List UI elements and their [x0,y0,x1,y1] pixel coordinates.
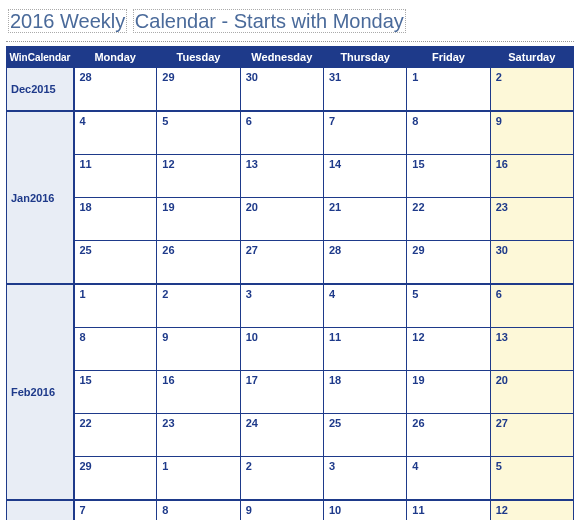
calendar-row: Feb2016123456 [7,284,574,328]
day-cell: 19 [157,198,240,241]
day-cell: 6 [490,284,573,328]
day-cell: 11 [323,328,406,371]
day-cell: 18 [74,198,157,241]
calendar-table: WinCalendar Monday Tuesday Wednesday Thu… [6,46,574,520]
day-cell: 1 [74,284,157,328]
day-cell: 11 [407,500,490,520]
month-label: Feb2016 [7,284,74,500]
day-cell: 28 [74,68,157,112]
day-cell: 19 [407,371,490,414]
day-cell: 6 [240,111,323,155]
day-cell: 25 [74,241,157,285]
day-cell: 29 [407,241,490,285]
day-cell: 10 [323,500,406,520]
day-cell: 29 [157,68,240,112]
day-cell: 8 [157,500,240,520]
day-cell: 12 [490,500,573,520]
day-cell: 8 [407,111,490,155]
day-cell: 15 [74,371,157,414]
day-cell: 9 [490,111,573,155]
day-cell: 4 [74,111,157,155]
day-cell: 1 [407,68,490,112]
day-cell: 30 [240,68,323,112]
day-cell: 27 [490,414,573,457]
day-cell: 8 [74,328,157,371]
month-label [7,500,74,520]
day-cell: 5 [157,111,240,155]
day-header: Monday [74,47,157,68]
day-cell: 4 [323,284,406,328]
day-cell: 22 [407,198,490,241]
calendar-row: 111213141516 [7,155,574,198]
day-header: Tuesday [157,47,240,68]
day-cell: 23 [490,198,573,241]
day-cell: 5 [407,284,490,328]
day-cell: 29 [74,457,157,501]
day-cell: 9 [157,328,240,371]
calendar-row: 181920212223 [7,198,574,241]
day-header: Thursday [323,47,406,68]
calendar-row: 2912345 [7,457,574,501]
day-cell: 20 [240,198,323,241]
day-cell: 3 [323,457,406,501]
day-header: Wednesday [240,47,323,68]
calendar-row: Dec20152829303112 [7,68,574,112]
day-cell: 15 [407,155,490,198]
corner-label: WinCalendar [7,47,74,68]
day-header: Friday [407,47,490,68]
day-cell: 2 [490,68,573,112]
day-cell: 14 [323,155,406,198]
day-cell: 30 [490,241,573,285]
title-part-1: 2016 Weekly [8,9,127,33]
day-cell: 13 [240,155,323,198]
day-cell: 2 [240,457,323,501]
day-cell: 22 [74,414,157,457]
day-cell: 13 [490,328,573,371]
day-cell: 5 [490,457,573,501]
day-cell: 7 [74,500,157,520]
day-cell: 31 [323,68,406,112]
page-title: 2016 Weekly Calendar - Starts with Monda… [6,6,574,42]
day-header: Saturday [490,47,573,68]
day-cell: 4 [407,457,490,501]
day-cell: 28 [323,241,406,285]
calendar-row: 8910111213 [7,328,574,371]
day-cell: 24 [240,414,323,457]
day-cell: 10 [240,328,323,371]
day-cell: 16 [490,155,573,198]
day-cell: 21 [323,198,406,241]
calendar-row: Jan2016456789 [7,111,574,155]
day-cell: 23 [157,414,240,457]
day-cell: 26 [407,414,490,457]
day-cell: 1 [157,457,240,501]
day-cell: 16 [157,371,240,414]
month-label: Dec2015 [7,68,74,112]
calendar-row: 252627282930 [7,241,574,285]
calendar-body: Dec20152829303112Jan20164567891112131415… [7,68,574,521]
month-label: Jan2016 [7,111,74,284]
day-cell: 18 [323,371,406,414]
header-row: WinCalendar Monday Tuesday Wednesday Thu… [7,47,574,68]
day-cell: 20 [490,371,573,414]
day-cell: 2 [157,284,240,328]
calendar-row: 151617181920 [7,371,574,414]
calendar-row: 222324252627 [7,414,574,457]
day-cell: 3 [240,284,323,328]
day-cell: 26 [157,241,240,285]
title-part-2: Calendar - Starts with Monday [133,9,406,33]
day-cell: 11 [74,155,157,198]
calendar-row: 789101112 [7,500,574,520]
day-cell: 9 [240,500,323,520]
day-cell: 12 [157,155,240,198]
day-cell: 17 [240,371,323,414]
day-cell: 27 [240,241,323,285]
day-cell: 25 [323,414,406,457]
day-cell: 12 [407,328,490,371]
day-cell: 7 [323,111,406,155]
